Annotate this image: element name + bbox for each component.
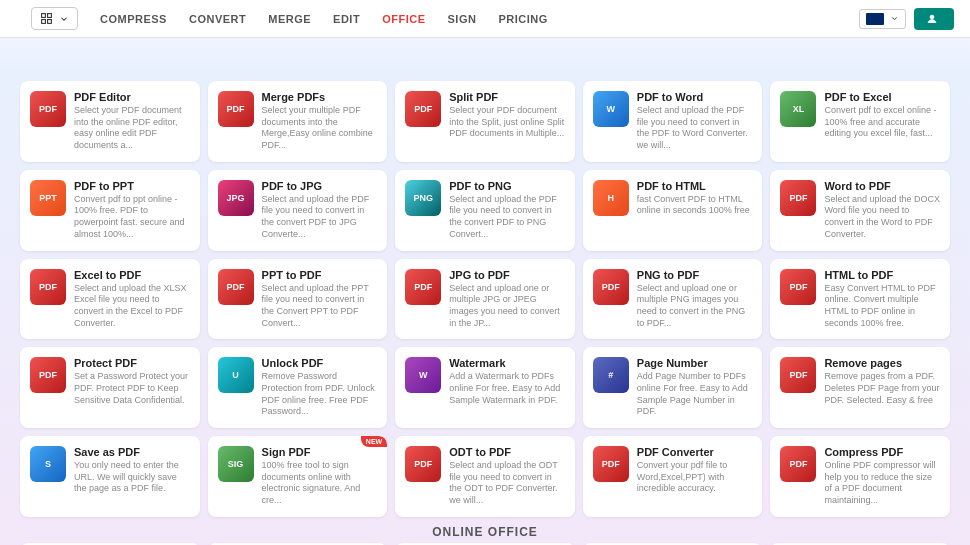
nav-convert[interactable]: CONVERT bbox=[179, 7, 256, 31]
tool-info: Protect PDF Set a Password Protect your … bbox=[74, 357, 190, 406]
tool-title: PDF to Excel bbox=[824, 91, 940, 103]
tool-icon: # bbox=[593, 357, 629, 393]
nav-office[interactable]: OFFICE bbox=[372, 7, 435, 31]
tools-grid: PDF PDF Editor Select your PDF document … bbox=[20, 81, 950, 517]
tool-title: Page Number bbox=[637, 357, 753, 369]
svg-rect-1 bbox=[48, 14, 52, 18]
tool-card[interactable]: JPG PDF to JPG Select and upload the PDF… bbox=[208, 170, 388, 251]
tool-icon: W bbox=[593, 91, 629, 127]
tool-icon: PDF bbox=[593, 269, 629, 305]
tool-card[interactable]: XL PDF to Excel Convert pdf to excel onl… bbox=[770, 81, 950, 162]
nav-edit[interactable]: EDIT bbox=[323, 7, 370, 31]
tool-card[interactable]: PDF Split PDF Select your PDF document i… bbox=[395, 81, 575, 162]
tool-desc: Remove pages from a PDF. Deletes PDF Pag… bbox=[824, 371, 940, 406]
tool-icon: H bbox=[593, 180, 629, 216]
new-badge: NEW bbox=[361, 436, 387, 447]
tool-info: Word to PDF Select and upload the DOCX W… bbox=[824, 180, 940, 241]
tool-card[interactable]: PDF PDF Editor Select your PDF document … bbox=[20, 81, 200, 162]
svg-rect-2 bbox=[42, 20, 46, 24]
tool-title: Remove pages bbox=[824, 357, 940, 369]
tool-card[interactable]: S Save as PDF You only need to enter the… bbox=[20, 436, 200, 517]
tool-desc: Set a Password Protect your PDF. Protect… bbox=[74, 371, 190, 406]
tool-info: Split PDF Select your PDF document into … bbox=[449, 91, 565, 140]
tool-icon: U bbox=[218, 357, 254, 393]
tool-info: Watermark Add a Watermark to PDFs online… bbox=[449, 357, 565, 406]
tool-card[interactable]: PDF Remove pages Remove pages from a PDF… bbox=[770, 347, 950, 428]
tool-desc: Online PDF compressor will help you to r… bbox=[824, 460, 940, 507]
tool-card[interactable]: # Page Number Add Page Number to PDFs on… bbox=[583, 347, 763, 428]
tool-title: PDF Converter bbox=[637, 446, 753, 458]
tool-title: Compress PDF bbox=[824, 446, 940, 458]
tool-title: Split PDF bbox=[449, 91, 565, 103]
tool-desc: Select and upload one or multiple PNG im… bbox=[637, 283, 753, 330]
tool-card[interactable]: H PDF to HTML fast Convert PDF to HTML o… bbox=[583, 170, 763, 251]
tool-info: PDF to PNG Select and upload the PDF fil… bbox=[449, 180, 565, 241]
tool-desc: Add a Watermark to PDFs online For free.… bbox=[449, 371, 565, 406]
tool-icon: PDF bbox=[30, 269, 66, 305]
tool-desc: Select and upload the DOCX Word file you… bbox=[824, 194, 940, 241]
nav-compress[interactable]: COMPRESS bbox=[90, 7, 177, 31]
tool-icon: PDF bbox=[405, 269, 441, 305]
tool-info: Save as PDF You only need to enter the U… bbox=[74, 446, 190, 495]
tool-title: PDF to PNG bbox=[449, 180, 565, 192]
tool-icon: PDF bbox=[593, 446, 629, 482]
tool-desc: Select and upload the PDF file you need … bbox=[637, 105, 753, 152]
nav-sign[interactable]: SIGN bbox=[438, 7, 487, 31]
chevron-down-icon bbox=[890, 14, 899, 23]
tool-card[interactable]: PDF HTML to PDF Easy Convert HTML to PDF… bbox=[770, 259, 950, 340]
tool-card[interactable]: PDF PDF Converter Convert your pdf file … bbox=[583, 436, 763, 517]
tool-card[interactable]: PDF JPG to PDF Select and upload one or … bbox=[395, 259, 575, 340]
tool-card[interactable]: PDF ODT to PDF Select and upload the ODT… bbox=[395, 436, 575, 517]
tool-card[interactable]: PDF Excel to PDF Select and upload the X… bbox=[20, 259, 200, 340]
tool-card[interactable]: U Unlock PDF Remove Password Protection … bbox=[208, 347, 388, 428]
tool-card[interactable]: PDF PPT to PDF Select and upload the PPT… bbox=[208, 259, 388, 340]
tool-card[interactable]: NEW SIG Sign PDF 100% free tool to sign … bbox=[208, 436, 388, 517]
tool-icon: PDF bbox=[780, 180, 816, 216]
tool-info: PPT to PDF Select and upload the PPT fil… bbox=[262, 269, 378, 330]
tool-card[interactable]: PDF PNG to PDF Select and upload one or … bbox=[583, 259, 763, 340]
tool-desc: 100% free tool to sign documents online … bbox=[262, 460, 378, 507]
tool-info: PDF Editor Select your PDF document into… bbox=[74, 91, 190, 152]
tool-title: Excel to PDF bbox=[74, 269, 190, 281]
logo[interactable] bbox=[16, 16, 17, 22]
tool-title: PDF to JPG bbox=[262, 180, 378, 192]
tool-card[interactable]: PNG PDF to PNG Select and upload the PDF… bbox=[395, 170, 575, 251]
tool-title: Word to PDF bbox=[824, 180, 940, 192]
language-button[interactable] bbox=[859, 9, 906, 29]
tool-desc: Select and upload the XLSX Excel file yo… bbox=[74, 283, 190, 330]
tool-icon: PDF bbox=[218, 269, 254, 305]
tool-card[interactable]: PDF Merge PDFs Select your multiple PDF … bbox=[208, 81, 388, 162]
tool-title: PDF to PPT bbox=[74, 180, 190, 192]
nav-merge[interactable]: MERGE bbox=[258, 7, 321, 31]
tool-desc: Add Page Number to PDFs online For free.… bbox=[637, 371, 753, 418]
tool-title: PDF to HTML bbox=[637, 180, 753, 192]
tool-icon: PPT bbox=[30, 180, 66, 216]
login-button[interactable] bbox=[914, 8, 954, 30]
tool-title: Merge PDFs bbox=[262, 91, 378, 103]
tool-title: PPT to PDF bbox=[262, 269, 378, 281]
tool-card[interactable]: PDF Compress PDF Online PDF compressor w… bbox=[770, 436, 950, 517]
tool-card[interactable]: PDF Protect PDF Set a Password Protect y… bbox=[20, 347, 200, 428]
tool-desc: You only need to enter the URL. We will … bbox=[74, 460, 190, 495]
tool-desc: Select and upload one or multiple JPG or… bbox=[449, 283, 565, 330]
tool-card[interactable]: W Watermark Add a Watermark to PDFs onli… bbox=[395, 347, 575, 428]
tool-card[interactable]: W PDF to Word Select and upload the PDF … bbox=[583, 81, 763, 162]
tool-title: PNG to PDF bbox=[637, 269, 753, 281]
tool-info: PDF to JPG Select and upload the PDF fil… bbox=[262, 180, 378, 241]
nav-pricing[interactable]: PRICING bbox=[488, 7, 557, 31]
online-office-header: ONLINE OFFICE bbox=[20, 517, 950, 543]
tool-icon: S bbox=[30, 446, 66, 482]
tool-title: Protect PDF bbox=[74, 357, 190, 369]
nav-links: COMPRESS CONVERT MERGE EDIT OFFICE SIGN … bbox=[90, 7, 855, 31]
tool-icon: PDF bbox=[218, 91, 254, 127]
tool-card[interactable]: PPT PDF to PPT Convert pdf to ppt online… bbox=[20, 170, 200, 251]
tool-desc: Convert pdf to ppt online - 100% free. P… bbox=[74, 194, 190, 241]
tool-desc: Convert pdf to excel online - 100% free … bbox=[824, 105, 940, 140]
tool-icon: PNG bbox=[405, 180, 441, 216]
tools-menu-button[interactable] bbox=[31, 7, 78, 30]
chevron-down-icon bbox=[59, 14, 69, 24]
tool-info: HTML to PDF Easy Convert HTML to PDF onl… bbox=[824, 269, 940, 330]
tool-title: PDF Editor bbox=[74, 91, 190, 103]
tool-info: PDF Converter Convert your pdf file to W… bbox=[637, 446, 753, 495]
tool-card[interactable]: PDF Word to PDF Select and upload the DO… bbox=[770, 170, 950, 251]
